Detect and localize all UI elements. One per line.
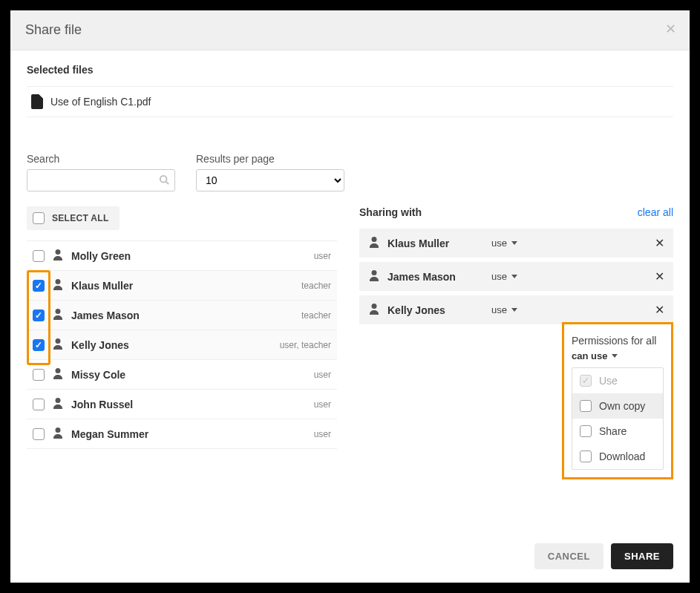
dialog-body: Selected files Use of English C1.pdf Sea… [10, 50, 690, 530]
permission-option[interactable]: Use [572, 368, 663, 393]
user-checkbox[interactable] [33, 309, 45, 321]
permission-option[interactable]: Own copy [572, 393, 663, 419]
permission-dropdown[interactable]: use [491, 237, 647, 249]
clear-all-link[interactable]: clear all [638, 206, 673, 218]
user-role: teacher [301, 310, 331, 321]
permissions-title: Permissions for all [572, 335, 664, 347]
user-role: user [314, 429, 331, 439]
search-input[interactable] [27, 169, 175, 191]
person-icon [368, 269, 380, 284]
person-icon [52, 249, 64, 263]
user-name: Kelly Jones [71, 339, 272, 351]
user-name: John Russel [71, 399, 307, 410]
permission-checkbox[interactable] [580, 451, 592, 462]
permissions-selected-dropdown[interactable]: can use [572, 350, 618, 361]
user-name: Megan Summer [71, 428, 307, 440]
sharing-row: James Mason use ✕ [359, 262, 673, 291]
user-role: user [314, 399, 331, 410]
sharing-column: Sharing with clear all Klaus Muller use … [359, 206, 673, 449]
user-checkbox[interactable] [33, 369, 45, 381]
person-icon [52, 338, 64, 352]
select-all-label: SELECT ALL [52, 213, 109, 223]
user-list: Molly Green user Klaus Muller teacher Ja… [27, 240, 337, 449]
user-checkbox[interactable] [33, 250, 45, 262]
search-label: Search [27, 153, 175, 165]
user-name: Molly Green [71, 250, 307, 262]
person-icon [52, 367, 64, 381]
results-per-page-group: Results per page 10 [196, 153, 344, 191]
user-row[interactable]: Klaus Muller teacher [27, 271, 337, 301]
selected-files-heading: Selected files [27, 64, 673, 76]
search-icon[interactable] [159, 174, 169, 187]
remove-share-icon[interactable]: ✕ [655, 269, 664, 284]
close-icon[interactable]: ✕ [665, 21, 676, 37]
user-name: Klaus Muller [71, 280, 294, 292]
user-name: Missy Cole [71, 369, 307, 381]
user-role: user [314, 370, 331, 380]
permission-option[interactable]: Share [572, 419, 663, 444]
results-per-page-label: Results per page [196, 153, 344, 165]
selected-file-row: Use of English C1.pdf [27, 86, 673, 117]
select-all-button[interactable]: SELECT ALL [27, 206, 120, 230]
sharing-name: Kelly Jones [387, 304, 484, 316]
user-row[interactable]: Missy Cole user [27, 360, 337, 390]
sharing-with-heading: Sharing with [359, 206, 422, 218]
remove-share-icon[interactable]: ✕ [655, 236, 664, 250]
permission-label: Download [599, 451, 645, 462]
person-icon [52, 427, 64, 441]
permission-checkbox [580, 375, 592, 387]
user-role: user, teacher [280, 340, 331, 350]
sharing-name: Klaus Muller [387, 237, 484, 249]
user-list-column: SELECT ALL Molly Green user Klaus Muller [27, 206, 337, 449]
person-icon [368, 303, 380, 317]
user-checkbox[interactable] [33, 399, 45, 410]
share-file-dialog: Share file ✕ Selected files Use of Engli… [10, 10, 690, 583]
user-role: user [314, 251, 331, 261]
user-row[interactable]: John Russel user [27, 390, 337, 419]
permission-checkbox[interactable] [580, 425, 592, 437]
sharing-row: Klaus Muller use ✕ [359, 229, 673, 258]
user-row[interactable]: Molly Green user [27, 241, 337, 271]
permission-checkbox[interactable] [580, 400, 592, 412]
svg-line-1 [166, 182, 169, 185]
dialog-footer: CANCEL SHARE [10, 530, 690, 583]
permission-dropdown[interactable]: use [491, 304, 647, 315]
dialog-title: Share file [25, 22, 82, 37]
results-per-page-select[interactable]: 10 [196, 169, 344, 191]
select-all-checkbox[interactable] [33, 212, 45, 224]
user-row[interactable]: Megan Summer user [27, 419, 337, 449]
person-icon [52, 308, 64, 322]
selected-file-name: Use of English C1.pdf [50, 96, 151, 108]
permission-option[interactable]: Download [572, 444, 663, 469]
user-row[interactable]: James Mason teacher [27, 301, 337, 330]
user-checkbox[interactable] [33, 339, 45, 351]
user-name: James Mason [71, 309, 294, 321]
person-icon [52, 397, 64, 411]
user-checkbox[interactable] [33, 280, 45, 292]
permission-label: Use [599, 375, 618, 387]
user-checkbox[interactable] [33, 428, 45, 440]
permissions-options-list: Use Own copy Share Download [572, 367, 664, 470]
sharing-row: Kelly Jones use ✕ [359, 295, 673, 324]
user-row[interactable]: Kelly Jones user, teacher [27, 330, 337, 360]
permissions-for-all-panel: Permissions for all can use Use Own copy [562, 322, 673, 479]
cancel-button[interactable]: CANCEL [534, 543, 603, 569]
person-icon [52, 278, 64, 292]
person-icon [368, 236, 380, 250]
file-icon [31, 94, 43, 109]
permission-label: Share [599, 425, 627, 437]
user-role: teacher [301, 281, 331, 291]
dialog-header: Share file ✕ [10, 10, 690, 50]
search-group: Search [27, 153, 175, 191]
controls-row: Search Results per page 10 [27, 153, 673, 191]
permission-label: Own copy [599, 400, 645, 412]
share-button[interactable]: SHARE [611, 543, 673, 569]
svg-point-0 [160, 176, 167, 183]
sharing-name: James Mason [387, 271, 484, 283]
remove-share-icon[interactable]: ✕ [655, 303, 664, 317]
permission-dropdown[interactable]: use [491, 271, 647, 282]
